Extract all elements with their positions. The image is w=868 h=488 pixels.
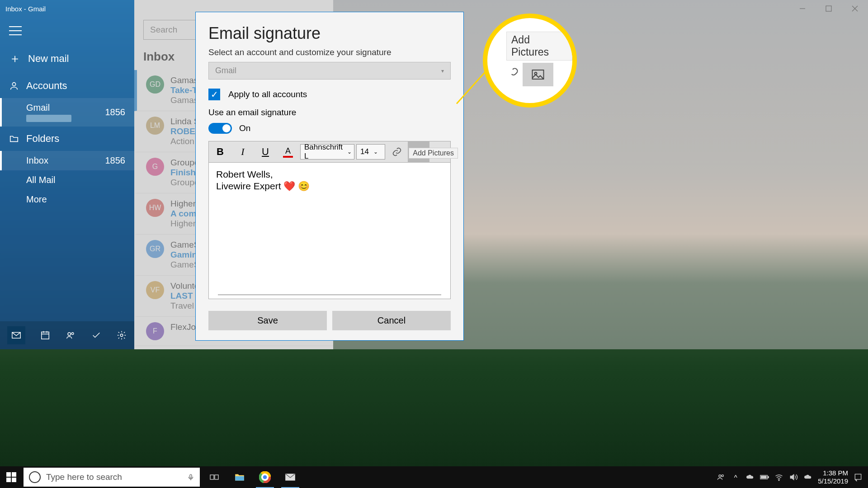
save-button[interactable]: Save xyxy=(208,311,327,330)
clock[interactable]: 1:38 PM 5/15/2019 xyxy=(818,469,848,485)
folder-icon xyxy=(9,134,19,144)
calendar-icon[interactable] xyxy=(40,330,51,341)
account-gmail[interactable]: Gmail 1856 xyxy=(0,98,134,127)
link-button[interactable] xyxy=(386,141,408,163)
cortana-icon xyxy=(29,471,41,483)
people-icon[interactable] xyxy=(65,330,76,341)
svg-rect-29 xyxy=(768,476,769,478)
link-icon xyxy=(392,147,402,157)
tray-chevron-icon[interactable]: ^ xyxy=(731,473,740,482)
svg-rect-18 xyxy=(210,475,214,479)
taskbar-search[interactable]: Type here to search xyxy=(24,468,200,487)
svg-point-11 xyxy=(72,333,74,335)
italic-button[interactable]: I xyxy=(231,141,254,163)
folder-more[interactable]: More xyxy=(0,190,134,209)
svg-rect-1 xyxy=(826,6,831,11)
signature-toggle[interactable] xyxy=(208,123,232,134)
mail-icon[interactable] xyxy=(7,326,25,344)
svg-point-10 xyxy=(68,333,71,335)
person-icon xyxy=(9,81,19,91)
svg-rect-19 xyxy=(215,475,218,479)
underline-button[interactable]: U xyxy=(254,141,277,163)
font-size-select[interactable]: 14⌄ xyxy=(356,144,385,160)
avatar: GR xyxy=(146,240,164,258)
signature-editor[interactable]: Robert Wells, Livewire Expert ❤️ 😊 xyxy=(208,163,451,299)
wifi-icon[interactable] xyxy=(774,473,783,482)
avatar: VF xyxy=(146,281,164,299)
svg-rect-6 xyxy=(42,332,49,339)
add-pictures-tooltip: Add Pictures xyxy=(409,148,458,159)
dialog-subtitle: Select an account and customize your sig… xyxy=(208,47,451,57)
apply-all-label: Apply to all accounts xyxy=(228,89,307,99)
avatar: GD xyxy=(146,75,164,94)
start-button[interactable] xyxy=(0,466,23,488)
svg-point-12 xyxy=(120,334,123,337)
folders-header[interactable]: Folders xyxy=(0,127,134,151)
bold-button[interactable]: B xyxy=(209,141,231,163)
callout-tooltip: Add Pictures xyxy=(506,32,572,61)
notifications-icon[interactable] xyxy=(854,473,863,482)
svg-rect-32 xyxy=(855,474,861,479)
settings-icon[interactable] xyxy=(116,330,127,341)
cancel-button[interactable]: Cancel xyxy=(332,311,451,330)
mail-app-button[interactable] xyxy=(278,466,302,488)
new-mail-label: New mail xyxy=(28,53,69,65)
mic-icon xyxy=(187,473,194,482)
onedrive-icon[interactable] xyxy=(745,473,755,482)
link-icon xyxy=(506,67,519,80)
task-view-button[interactable] xyxy=(203,466,226,488)
use-signature-label: Use an email signature xyxy=(208,108,451,117)
folder-all-mail[interactable]: All Mail xyxy=(0,170,134,190)
maximize-button[interactable] xyxy=(816,0,842,17)
menu-icon[interactable] xyxy=(9,26,22,35)
avatar: F xyxy=(146,322,164,340)
close-button[interactable] xyxy=(842,0,868,17)
avatar: G xyxy=(146,158,164,176)
svg-point-31 xyxy=(778,480,779,481)
new-mail-button[interactable]: ＋ New mail xyxy=(0,43,134,74)
window-title: Inbox - Gmail xyxy=(0,5,46,13)
people-tray-icon[interactable] xyxy=(717,473,726,482)
apply-all-checkbox[interactable]: ✓ xyxy=(208,89,220,100)
sidebar: ＋ New mail Accounts Gmail 1856 Folders I… xyxy=(0,0,134,349)
toggle-state-label: On xyxy=(239,123,250,133)
todo-icon[interactable] xyxy=(91,330,102,341)
account-select[interactable]: Gmail ▾ xyxy=(208,62,451,80)
font-select[interactable]: Bahnschrift L⌄ xyxy=(300,144,354,160)
svg-point-26 xyxy=(719,475,721,477)
cloud-sync-icon[interactable] xyxy=(803,473,812,482)
callout-magnifier: Add Pictures xyxy=(483,14,577,108)
email-signature-dialog: Email signature Select an account and cu… xyxy=(195,12,464,341)
image-icon xyxy=(530,68,546,81)
minimize-button[interactable] xyxy=(789,0,816,17)
account-count: 1856 xyxy=(105,107,126,117)
chrome-button[interactable] xyxy=(253,466,277,488)
folder-inbox[interactable]: Inbox 1856 xyxy=(0,151,134,170)
redacted-email xyxy=(26,115,71,122)
svg-point-27 xyxy=(722,475,724,477)
svg-rect-30 xyxy=(761,476,767,479)
chevron-down-icon: ▾ xyxy=(441,68,444,74)
volume-icon[interactable] xyxy=(789,473,798,482)
svg-rect-17 xyxy=(190,474,192,478)
svg-point-24 xyxy=(263,475,267,479)
plus-icon: ＋ xyxy=(9,51,21,66)
battery-icon[interactable] xyxy=(760,473,769,482)
inbox-count: 1856 xyxy=(105,155,126,166)
dialog-title: Email signature xyxy=(208,24,451,43)
avatar: LM xyxy=(146,117,164,135)
avatar: HW xyxy=(146,199,164,217)
windows-icon xyxy=(6,472,16,482)
font-color-button[interactable]: A xyxy=(277,141,299,163)
taskbar: Type here to search ^ 1:38 PM 5/15/2019 xyxy=(0,466,868,488)
accounts-header[interactable]: Accounts xyxy=(0,74,134,98)
svg-point-4 xyxy=(12,83,15,86)
file-explorer-button[interactable] xyxy=(228,466,251,488)
